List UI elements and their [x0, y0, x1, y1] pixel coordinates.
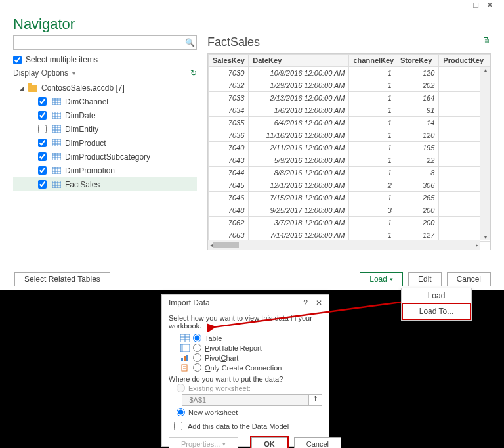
select-related-tables-button[interactable]: Select Related Tables: [14, 272, 110, 286]
vertical-scrollbar[interactable]: ▴▾: [480, 67, 490, 240]
search-icon[interactable]: 🔍: [183, 38, 196, 47]
tree-item-dimdate[interactable]: DimDate: [13, 108, 197, 122]
opt-pivotchart-row[interactable]: PivotChart: [169, 353, 322, 363]
radio-table[interactable]: [193, 334, 201, 342]
tree-checkbox[interactable]: [38, 111, 47, 120]
radio-pivottable[interactable]: [193, 344, 201, 352]
edit-button[interactable]: Edit: [408, 272, 442, 286]
tree-item-label: DimDate: [65, 111, 96, 120]
table-row[interactable]: 70489/25/2017 12:00:00 AM32005: [209, 204, 490, 217]
ok-button[interactable]: OK: [251, 437, 287, 448]
opt-pivottable-row[interactable]: PivotTable Report: [169, 343, 322, 353]
cell: 3/7/2018 12:00:00 AM: [249, 217, 349, 229]
radio-connection[interactable]: [193, 363, 201, 372]
close-icon[interactable]: ✕: [486, 0, 494, 13]
tree-item-dimproduct[interactable]: DimProduct: [13, 136, 197, 150]
object-tree: ◢ ContosoSales.accdb [7] DimChannelDimDa…: [13, 81, 197, 191]
column-header[interactable]: StoreKey: [396, 55, 438, 67]
tree-checkbox[interactable]: [38, 125, 47, 133]
pivottable-icon: [180, 344, 190, 352]
cell: 306: [396, 179, 438, 192]
table-icon: [52, 153, 61, 160]
table-row[interactable]: 70623/7/2018 12:00:00 AM12001: [209, 217, 490, 229]
properties-button: Properties... ▾: [169, 437, 238, 448]
opt-connection-row[interactable]: Only Create Connection: [169, 363, 322, 372]
maximize-icon[interactable]: □: [473, 0, 478, 13]
preview-options-icon[interactable]: 🗎: [482, 35, 491, 49]
table-row[interactable]: 704512/1/2016 12:00:00 AM23061: [209, 179, 490, 192]
table-row[interactable]: 70435/9/2016 12:00:00 AM1224: [209, 154, 490, 167]
search-input-wrap[interactable]: 🔍: [13, 35, 197, 50]
tree-item-dimproductsubcategory[interactable]: DimProductSubcategory: [13, 150, 197, 164]
table-row[interactable]: 70332/13/2016 12:00:00 AM11641: [209, 92, 490, 104]
column-header[interactable]: channelKey: [349, 55, 396, 67]
tree-item-label: DimProduct: [65, 139, 106, 148]
chevron-down-icon[interactable]: ▾: [390, 276, 393, 282]
cell: 1: [349, 142, 396, 154]
svg-rect-42: [184, 356, 186, 361]
cell: 5/9/2016 12:00:00 AM: [249, 154, 349, 167]
search-input[interactable]: [14, 37, 183, 49]
tree-checkbox[interactable]: [38, 139, 47, 147]
help-icon[interactable]: ?: [303, 298, 308, 307]
cell: 2: [349, 179, 396, 192]
close-icon[interactable]: ✕: [316, 298, 322, 307]
column-header[interactable]: ProductKey: [439, 55, 490, 67]
horizontal-scrollbar[interactable]: ◂ ▸: [208, 240, 480, 250]
radio-new[interactable]: [177, 408, 185, 416]
db-node[interactable]: ◢ ContosoSales.accdb [7]: [13, 81, 197, 95]
table-row[interactable]: 70356/4/2016 12:00:00 AM1141: [209, 117, 490, 129]
opt-new-row[interactable]: New worksheet: [169, 407, 322, 417]
collapse-triangle-icon[interactable]: ◢: [20, 85, 24, 91]
column-header[interactable]: SalesKey: [209, 55, 249, 67]
cell: 91: [396, 104, 438, 117]
column-header[interactable]: DateKey: [249, 55, 349, 67]
svg-rect-20: [52, 153, 61, 160]
cell: 11/16/2016 12:00:00 AM: [249, 129, 349, 142]
cancel-button[interactable]: Cancel: [447, 272, 491, 286]
add-data-model-row[interactable]: Add this data to the Data Model: [169, 417, 322, 435]
import-cancel-button[interactable]: Cancel: [294, 437, 341, 448]
tree-item-dimentity[interactable]: DimEntity: [13, 122, 197, 136]
display-options-row[interactable]: Display Options ▾ ↻: [13, 68, 197, 78]
opt-existing-label: Existing worksheet:: [188, 384, 251, 392]
tree-checkbox[interactable]: [38, 166, 47, 175]
table-row[interactable]: 703611/16/2016 12:00:00 AM1120: [209, 129, 490, 142]
navigator-window: □ ✕ Navigator 🔍 Select multiple items Di…: [7, 0, 497, 292]
tree-item-dimchannel[interactable]: DimChannel: [13, 95, 197, 108]
navigator-title: Navigator: [7, 13, 497, 35]
table-row[interactable]: 70467/15/2018 12:00:00 AM1265: [209, 192, 490, 204]
select-multiple-row[interactable]: Select multiple items: [13, 55, 197, 64]
opt-table-row[interactable]: Table: [169, 333, 322, 343]
table-row[interactable]: 70637/14/2016 12:00:00 AM11271: [209, 229, 490, 242]
svg-rect-25: [52, 167, 61, 174]
menu-load-to[interactable]: Load To...: [402, 303, 471, 320]
radio-pivotchart[interactable]: [193, 353, 201, 362]
menu-load[interactable]: Load: [402, 288, 471, 303]
tree-checkbox[interactable]: [38, 97, 47, 106]
load-split-button[interactable]: Load ▾: [360, 272, 403, 286]
range-picker-icon[interactable]: ↥: [309, 394, 322, 406]
footer: Select Related Tables Load ▾ Edit Cancel: [14, 272, 491, 286]
table-icon: [52, 125, 61, 133]
preview-title: FactSales: [207, 35, 260, 49]
cell: 1: [349, 167, 396, 179]
table-row[interactable]: 70341/6/2018 12:00:00 AM191: [209, 104, 490, 117]
left-pane: 🔍 Select multiple items Display Options …: [13, 35, 197, 250]
table-row[interactable]: 703010/9/2016 12:00:00 AM1120: [209, 67, 490, 79]
refresh-icon[interactable]: ↻: [190, 68, 197, 78]
tree-item-factsales[interactable]: FactSales: [13, 177, 197, 191]
table-row[interactable]: 70321/29/2016 12:00:00 AM12021: [209, 79, 490, 92]
tree-item-dimpromotion[interactable]: DimPromotion: [13, 164, 197, 177]
tree-checkbox[interactable]: [38, 152, 47, 161]
cell: 265: [396, 192, 438, 204]
table-row[interactable]: 70448/8/2016 12:00:00 AM181: [209, 167, 490, 179]
cell: 7030: [209, 67, 249, 79]
tree-checkbox[interactable]: [38, 180, 47, 189]
select-multiple-checkbox[interactable]: [13, 56, 22, 64]
select-multiple-label: Select multiple items: [26, 55, 98, 64]
checkbox-data-model[interactable]: [174, 422, 182, 430]
table-row[interactable]: 70402/11/2016 12:00:00 AM1195: [209, 142, 490, 154]
cell: 8: [396, 167, 438, 179]
cell: 7043: [209, 154, 249, 167]
